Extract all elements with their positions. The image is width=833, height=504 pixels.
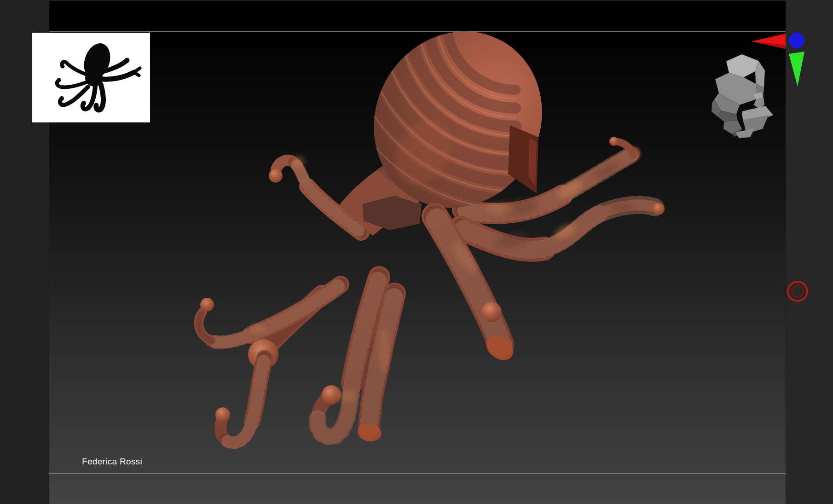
window-top-edge <box>0 0 833 1</box>
sculpt-viewport[interactable] <box>49 0 786 504</box>
bottom-divider <box>49 473 786 474</box>
artist-label: Federica Rossi <box>82 457 142 467</box>
app-window: Federica Rossi <box>0 0 833 504</box>
right-tray[interactable] <box>786 0 833 504</box>
top-divider <box>49 31 786 32</box>
alpha-preview-thumbnail[interactable] <box>32 33 150 122</box>
octopus-silhouette-icon <box>32 33 150 122</box>
